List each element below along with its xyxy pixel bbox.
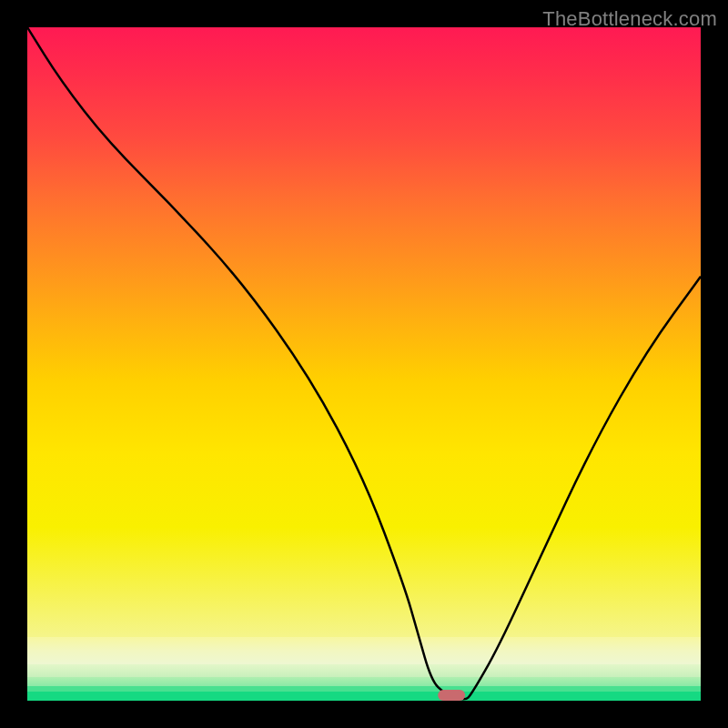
- curve-layer: [27, 27, 701, 701]
- optimal-marker: [438, 690, 465, 701]
- bottleneck-curve: [27, 27, 701, 699]
- chart-container: TheBottleneck.com: [0, 0, 728, 728]
- plot-area: [27, 27, 701, 701]
